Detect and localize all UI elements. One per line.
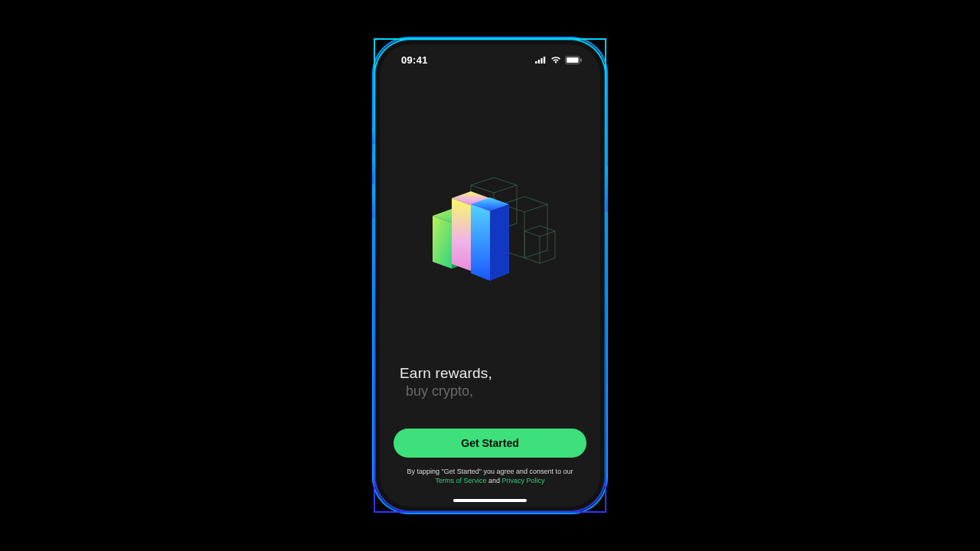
screen: 09:41 <box>380 44 600 507</box>
privacy-policy-link[interactable]: Privacy Policy <box>502 477 545 484</box>
svg-rect-1 <box>538 60 540 64</box>
headlines: Earn rewards, buy crypto, <box>394 365 586 399</box>
phone-frame: 09:41 <box>374 38 606 513</box>
phone-power-button <box>606 166 608 212</box>
svg-rect-2 <box>541 58 542 64</box>
terms-of-service-link[interactable]: Terms of Service <box>435 477 486 484</box>
phone-volume-down-button <box>372 189 374 218</box>
headline-primary: Earn rewards, <box>400 365 580 382</box>
svg-rect-3 <box>544 57 545 64</box>
headline-secondary: buy crypto, <box>400 383 580 399</box>
status-indicators <box>535 56 582 64</box>
rewards-illustration <box>394 98 586 365</box>
legal-text: By tapping "Get Started" you agree and c… <box>394 467 586 485</box>
home-indicator[interactable] <box>453 499 527 502</box>
phone-mute-switch <box>372 128 374 145</box>
status-time: 09:41 <box>401 54 428 66</box>
svg-rect-5 <box>567 57 579 63</box>
legal-and: and <box>486 477 501 484</box>
cellular-signal-icon <box>535 56 547 64</box>
svg-rect-0 <box>535 61 537 64</box>
battery-icon <box>565 56 582 64</box>
wifi-icon <box>550 56 561 64</box>
svg-rect-6 <box>580 58 582 61</box>
onboarding-content: Earn rewards, buy crypto, Get Started By… <box>380 75 600 507</box>
legal-prefix: By tapping "Get Started" you agree and c… <box>407 468 573 475</box>
status-bar: 09:41 <box>380 44 600 75</box>
get-started-button[interactable]: Get Started <box>394 429 586 458</box>
phone-volume-up-button <box>372 155 374 184</box>
